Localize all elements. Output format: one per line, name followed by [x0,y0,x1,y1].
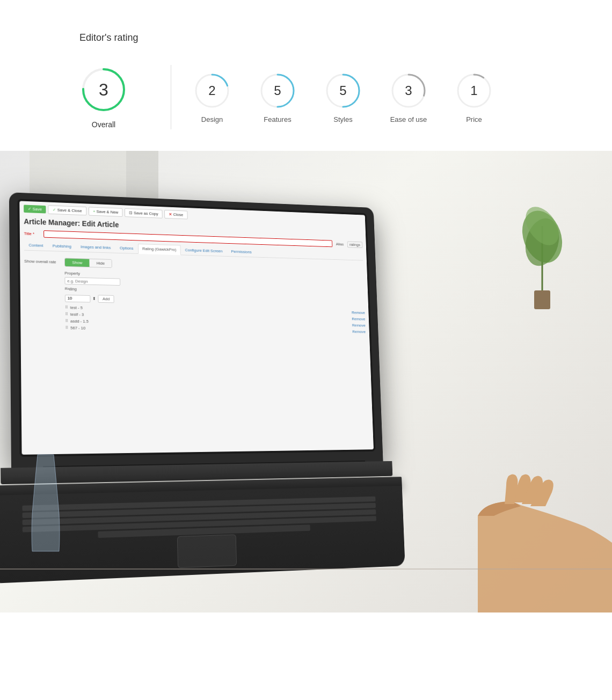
alias-value: ratings [347,241,363,248]
laptop-screen: ✓ Save ✓ Save & Close + Save & New [19,201,374,455]
tab-rating[interactable]: Rating (GawickPro) [138,244,181,255]
checkmark-icon: ✓ [53,207,56,212]
tab-permissions[interactable]: Permissions [227,246,256,257]
show-overall-label: Show overall rate [24,259,60,265]
drag-icon[interactable]: ⠿ [65,325,69,330]
ratings-list: ⠿ test - 5 Remove ⠿ testf - 3 [65,304,366,336]
sub-rating-ease: 3 Ease of use [389,71,428,123]
price-value: 1 [470,83,477,98]
vase [27,449,64,559]
item-name: asdd - 1.5 [70,319,89,324]
remove-button[interactable]: Remove [352,330,366,334]
remove-button[interactable]: Remove [352,317,365,322]
item-name: test - 5 [70,305,83,310]
svg-rect-12 [534,290,550,309]
laptop-lid: ✓ Save ✓ Save & Close + Save & New [9,192,383,468]
save-button[interactable]: ✓ Save [24,205,46,213]
item-name: testf - 3 [70,312,84,317]
section-title: Editor's rating [79,32,612,43]
plant [515,172,569,312]
tab-content[interactable]: Content [24,240,48,251]
alias-label: Alias [336,242,344,246]
rating-divider [171,65,171,129]
rating-container: 3 Overall 2 Design [79,65,612,129]
remove-button[interactable]: Remove [352,323,366,328]
save-close-button[interactable]: ✓ Save & Close [48,205,86,215]
hide-toggle[interactable]: Hide [89,259,112,268]
sub-ratings: 2 Design 5 Features [193,71,493,123]
price-label: Price [466,115,482,123]
save-check-icon: ✓ [28,207,32,212]
overall-label: Overall [92,120,115,129]
tab-configure[interactable]: Configure Edit Screen [180,245,227,256]
features-value: 5 [274,83,281,98]
tab-images[interactable]: Images and links [76,242,115,252]
laptop-section: ✓ Save ✓ Save & Close + Save & New [0,151,612,612]
design-label: Design [201,115,223,123]
drag-icon[interactable]: ⠿ [65,319,68,324]
close-button[interactable]: ✕ Close [164,210,187,220]
save-copy-button[interactable]: ⊡ Save as Copy [125,208,163,218]
features-label: Features [264,115,291,123]
design-value: 2 [208,83,215,98]
item-left: ⠿ 567 - 10 [65,325,86,330]
item-left: ⠿ test - 5 [65,305,83,310]
copy-icon: ⊡ [129,210,133,215]
rating-input-label: Rating [65,287,77,291]
spinner-icon[interactable]: ⬍ [92,296,96,301]
table-surface [0,568,612,570]
overall-rating: 3 Overall [79,65,128,129]
sub-rating-features: 5 Features [258,71,297,123]
overall-value: 3 [99,80,108,100]
keyboard-rows [22,497,376,541]
screen-content: ✓ Save ✓ Save & Close + Save & New [19,201,374,455]
sub-rating-design: 2 Design [193,71,231,123]
add-button[interactable]: Add [98,295,114,303]
overall-circle: 3 [79,65,128,114]
sub-rating-price: 1 Price [455,71,493,123]
ease-circle: 3 [389,71,428,110]
x-icon: ✕ [169,212,172,217]
features-circle: 5 [258,71,297,110]
price-circle: 1 [455,71,493,110]
show-toggle[interactable]: Show [65,258,90,267]
drag-icon[interactable]: ⠿ [65,305,68,310]
ease-label: Ease of use [390,115,427,123]
styles-circle: 5 [324,71,362,110]
rating-value-input[interactable] [65,295,91,302]
item-left: ⠿ asdd - 1.5 [65,319,89,324]
property-input[interactable] [64,277,120,286]
title-label: Title * [24,231,40,236]
sub-rating-styles: 5 Styles [324,71,362,123]
drag-icon[interactable]: ⠿ [65,312,68,317]
save-new-button[interactable]: + Save & New [89,207,123,217]
ease-value: 3 [405,83,412,98]
editor-rating-section: Editor's rating 3 Overall [0,0,612,151]
design-circle: 2 [193,71,231,110]
item-name: 567 - 10 [70,326,85,331]
tab-options[interactable]: Options [115,243,138,253]
form-section: Show overall rate Show Hide Property [24,254,366,337]
remove-button[interactable]: Remove [352,310,365,315]
tab-publishing[interactable]: Publishing [48,241,76,252]
toggle-group: Show Hide [64,258,112,268]
trackpad [177,534,237,568]
styles-label: Styles [333,115,352,123]
hand-area [370,409,612,612]
laptop-bezel: ✓ Save ✓ Save & Close + Save & New [17,199,375,457]
styles-value: 5 [339,83,346,98]
item-left: ⠿ testf - 3 [65,312,84,317]
plus-icon: + [93,209,96,214]
